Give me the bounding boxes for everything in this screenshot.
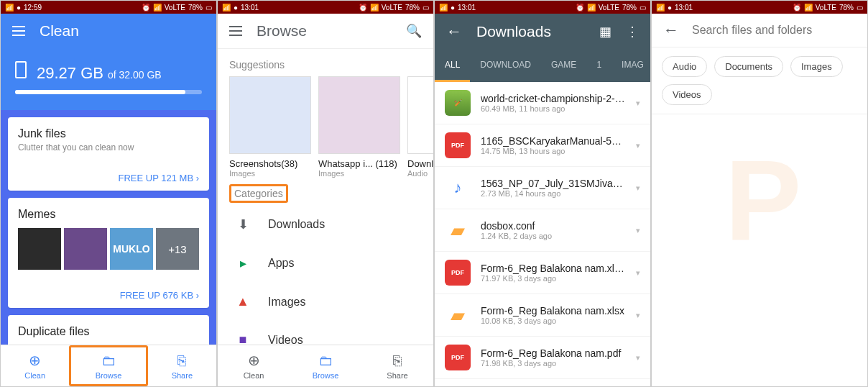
- file-type-icon: PDF: [445, 345, 471, 370]
- file-type-icon: PDF: [445, 260, 471, 286]
- storage-progress: [15, 90, 202, 94]
- search-icon[interactable]: 🔍: [406, 23, 422, 39]
- free-up-button[interactable]: FREE UP 676 KB ›: [18, 290, 199, 301]
- screen-browse: 📶●13:01 ⏰📶VoLTE78%▭ Browse 🔍 Suggestions…: [217, 0, 434, 387]
- file-info: 14.75 MB, 13 hours ago: [481, 147, 626, 155]
- duplicate-files-card[interactable]: Duplicate files: [8, 315, 209, 347]
- grid-view-icon[interactable]: ▦: [599, 24, 611, 40]
- tab-all[interactable]: ALL: [435, 50, 470, 82]
- download-icon: ⬇: [235, 217, 251, 232]
- memes-card[interactable]: Memes MUKLO +13 FREE UP 676 KB ›: [8, 198, 209, 308]
- category-apps[interactable]: ▸Apps: [218, 244, 433, 283]
- back-icon[interactable]: ←: [663, 21, 679, 40]
- suggestion-card[interactable]: Screenshots(38) Images: [229, 76, 311, 178]
- storage-used: 29.27 GB: [37, 64, 103, 83]
- chevron-down-icon[interactable]: ▾: [636, 99, 640, 108]
- file-name: world-cricket-championship-2-2-1....: [481, 93, 626, 104]
- chevron-down-icon[interactable]: ▾: [636, 311, 640, 320]
- filter-chips: Audio Documents Images Videos: [652, 47, 867, 114]
- categories-label: Categories: [218, 178, 433, 205]
- junk-files-card[interactable]: Junk files Clutter that you can clean no…: [8, 117, 209, 191]
- more-icon[interactable]: ⋮: [626, 24, 639, 40]
- search-header: ←: [652, 14, 867, 47]
- categories-list: ⬇Downloads ▸Apps ▲Images ■Videos: [218, 205, 433, 359]
- page-title: Downloads: [476, 23, 551, 40]
- suggestions-label: Suggestions: [218, 49, 433, 76]
- file-name: dosbox.conf: [481, 220, 626, 232]
- file-type-icon: 🏏: [445, 90, 471, 116]
- bottom-nav: ⊕Clean 🗀Browse ⎘Share: [1, 345, 216, 386]
- storage-total: of 32.00 GB: [108, 69, 162, 81]
- file-item[interactable]: PDFForm-6_Reg Balakona nam.xlsx.pdf71.97…: [435, 252, 650, 294]
- meme-thumb[interactable]: [64, 228, 107, 270]
- nav-share[interactable]: ⎘Share: [148, 345, 216, 386]
- card-title: Memes: [18, 208, 199, 221]
- share-icon: ⎘: [393, 352, 402, 369]
- file-info: 2.73 MB, 14 hours ago: [481, 189, 626, 198]
- apps-icon: ▸: [235, 255, 251, 271]
- chevron-down-icon[interactable]: ▾: [636, 226, 640, 235]
- meme-thumb[interactable]: [18, 228, 61, 270]
- header: ← Downloads ▦ ⋮: [435, 14, 650, 50]
- file-info: 71.98 KB, 3 days ago: [481, 359, 626, 368]
- meme-thumb[interactable]: +13: [156, 228, 199, 270]
- tab-imag[interactable]: IMAG: [611, 50, 651, 82]
- folder-icon: 🗀: [101, 352, 116, 369]
- file-list: 🏏world-cricket-championship-2-2-1....60.…: [435, 82, 650, 387]
- menu-icon[interactable]: [12, 26, 25, 36]
- file-item[interactable]: PDFForm-6_Reg Balakona nam.pdf71.98 KB, …: [435, 337, 650, 379]
- phone-icon: [15, 61, 27, 78]
- screen-clean: 📶●12:59 ⏰📶VoLTE78%▭ Clean 29.27 GB of 32…: [0, 0, 217, 387]
- file-type-icon: ▰: [445, 302, 471, 328]
- file-item[interactable]: ▰dosbox.conf1.24 KB, 2 days ago▾: [435, 209, 650, 252]
- chip-videos[interactable]: Videos: [662, 84, 712, 105]
- suggestion-card[interactable]: ♪ Download ... Audio: [407, 76, 433, 178]
- chip-audio[interactable]: Audio: [662, 56, 707, 77]
- images-icon: ▲: [235, 294, 251, 309]
- file-type-icon: ♪: [445, 175, 471, 201]
- chip-documents[interactable]: Documents: [714, 56, 783, 77]
- file-name: 1563_NP_07_July_31SMJivanChar...: [481, 178, 626, 189]
- file-item[interactable]: ♪1563_NP_07_July_31SMJivanChar...2.73 MB…: [435, 167, 650, 209]
- chevron-down-icon[interactable]: ▾: [636, 268, 640, 278]
- clean-icon: ⊕: [248, 352, 260, 369]
- nav-share[interactable]: ⎘Share: [361, 345, 433, 386]
- chevron-down-icon[interactable]: ▾: [636, 141, 640, 150]
- nav-browse[interactable]: 🗀Browse: [290, 345, 361, 386]
- tabs: ALL DOWNLOAD GAME 1 IMAG: [435, 50, 650, 82]
- page-title: Clean: [40, 22, 79, 40]
- folder-icon: 🗀: [318, 352, 333, 369]
- back-icon[interactable]: ←: [446, 22, 462, 41]
- file-name: 1165_BSCKaryakarManual-5_001....: [481, 135, 626, 147]
- file-type-icon: ▰: [445, 217, 471, 243]
- tab-1[interactable]: 1: [586, 50, 611, 82]
- chip-images[interactable]: Images: [790, 56, 843, 77]
- tab-download[interactable]: DOWNLOAD: [470, 50, 541, 82]
- bottom-nav: ⊕Clean 🗀Browse ⎘Share: [218, 345, 433, 386]
- file-item[interactable]: PDF1165_BSCKaryakarManual-5_001....14.75…: [435, 124, 650, 167]
- file-item[interactable]: ▰accs_election75.00 B, 15 May▾: [435, 379, 650, 387]
- category-downloads[interactable]: ⬇Downloads: [218, 205, 433, 244]
- chevron-down-icon[interactable]: ▾: [636, 183, 640, 193]
- nav-clean[interactable]: ⊕Clean: [1, 345, 69, 386]
- nav-clean[interactable]: ⊕Clean: [218, 345, 290, 386]
- file-item[interactable]: 🏏world-cricket-championship-2-2-1....60.…: [435, 82, 650, 124]
- meme-thumb[interactable]: MUKLO: [110, 228, 153, 270]
- search-input[interactable]: [692, 24, 856, 37]
- file-name: Form-6_Reg Balakona nam.xlsx: [481, 305, 626, 317]
- free-up-button[interactable]: FREE UP 121 MB ›: [18, 173, 199, 183]
- file-info: 10.08 KB, 3 days ago: [481, 317, 626, 325]
- clean-icon: ⊕: [29, 352, 41, 369]
- nav-browse[interactable]: 🗀Browse: [69, 345, 147, 386]
- card-subtitle: Clutter that you can clean now: [18, 142, 199, 152]
- chevron-down-icon[interactable]: ▾: [636, 353, 640, 363]
- file-item[interactable]: ▰Form-6_Reg Balakona nam.xlsx10.08 KB, 3…: [435, 294, 650, 337]
- file-info: 1.24 KB, 2 days ago: [481, 232, 626, 240]
- suggestion-card[interactable]: Whatsapp i... (118) Images: [318, 76, 400, 178]
- category-images[interactable]: ▲Images: [218, 283, 433, 321]
- menu-icon[interactable]: [229, 26, 242, 36]
- status-bar: 📶●12:59 ⏰📶VoLTE78%▭: [1, 1, 216, 14]
- tab-game[interactable]: GAME: [541, 50, 586, 82]
- file-info: 71.97 KB, 3 days ago: [481, 274, 626, 283]
- screen-downloads: 📶●13:01 ⏰📶VoLTE78%▭ ← Downloads ▦ ⋮ ALL …: [434, 0, 651, 387]
